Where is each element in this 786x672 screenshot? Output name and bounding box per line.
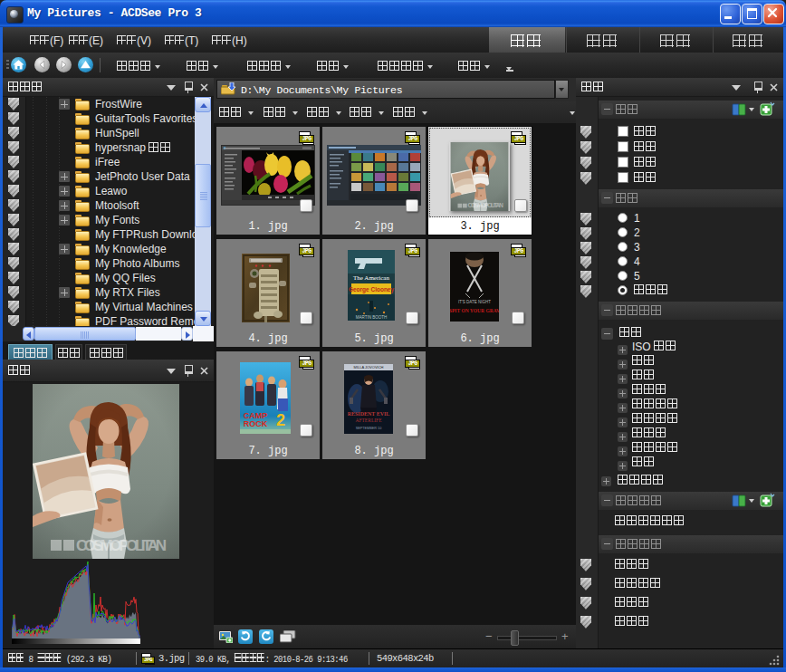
svg-text:RESIDENT EVIL: RESIDENT EVIL xyxy=(348,411,390,417)
svg-text:The American: The American xyxy=(353,274,389,282)
svg-text:George Clooney: George Clooney xyxy=(349,286,395,293)
svg-text:ROCK: ROCK xyxy=(244,419,268,428)
svg-text:MARTIN BOOTH: MARTIN BOOTH xyxy=(356,315,387,320)
svg-text:I SPIT ON YOUR GRAVE: I SPIT ON YOUR GRAVE xyxy=(450,308,499,313)
svg-text:2: 2 xyxy=(276,411,285,429)
svg-text:SEPTEMBER 10: SEPTEMBER 10 xyxy=(356,427,382,430)
svg-text:IT'S DATE NIGHT: IT'S DATE NIGHT xyxy=(458,300,491,304)
svg-text:AFTERLIFE: AFTERLIFE xyxy=(355,418,382,423)
svg-text:MILLA JOVOVICH: MILLA JOVOVICH xyxy=(354,365,384,370)
